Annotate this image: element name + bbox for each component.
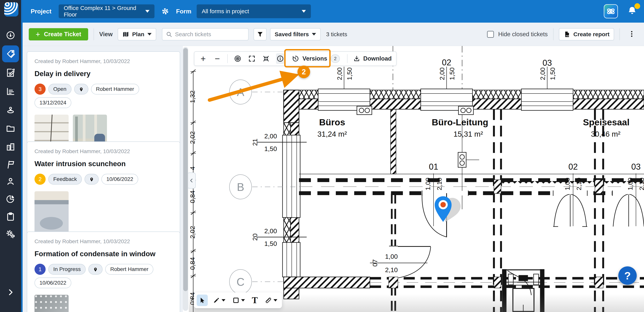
ticket-pill: 13/12/2024 bbox=[34, 97, 71, 108]
chevron-down-icon bbox=[241, 299, 245, 302]
pen-tool-button[interactable] bbox=[211, 294, 227, 306]
chevron-down-icon bbox=[302, 10, 306, 13]
chevron-down-icon bbox=[222, 299, 226, 302]
ticket-list: Created by Robert Hammer, 10/03/2022 Del… bbox=[22, 46, 183, 312]
chevron-down-icon bbox=[145, 10, 150, 13]
pin-icon bbox=[89, 176, 94, 182]
pie-chart-icon bbox=[6, 194, 16, 204]
sidebar-item-form-edit[interactable] bbox=[2, 64, 19, 81]
divider bbox=[620, 28, 620, 40]
text-tool-icon: T bbox=[252, 296, 258, 305]
floor-plan-drawing[interactable] bbox=[189, 46, 644, 312]
form-label: Form bbox=[176, 8, 191, 15]
folder-icon bbox=[6, 124, 16, 134]
select-tool-button[interactable] bbox=[197, 294, 208, 306]
list-scrollbar-thumb[interactable] bbox=[183, 48, 188, 291]
site-person-icon bbox=[6, 105, 16, 115]
sidebar-item-folder[interactable] bbox=[2, 120, 19, 137]
zoom-out-button[interactable]: − bbox=[213, 53, 222, 64]
center-view-button[interactable] bbox=[234, 53, 242, 64]
checkbox-unchecked[interactable] bbox=[487, 31, 494, 38]
more-options-button[interactable] bbox=[625, 30, 638, 38]
ticket-title: Delay in delivery bbox=[34, 70, 172, 78]
fullscreen-button[interactable] bbox=[248, 53, 256, 64]
view-mode-dropdown[interactable]: Plan bbox=[118, 28, 156, 40]
filter-button[interactable] bbox=[254, 28, 266, 40]
view-mode-value: Plan bbox=[132, 31, 144, 38]
ticket-pill: 10/06/2022 bbox=[102, 174, 138, 184]
compress-icon bbox=[262, 55, 270, 62]
sidebar-expand-button[interactable] bbox=[2, 284, 19, 301]
app-logo[interactable] bbox=[4, 2, 18, 16]
sidebar-nav bbox=[0, 0, 22, 312]
integrations-button[interactable] bbox=[604, 4, 618, 18]
versions-count-badge: 2 bbox=[330, 54, 340, 63]
ticket-pill: In Progress bbox=[48, 264, 86, 275]
fit-to-screen-button[interactable] bbox=[262, 53, 270, 64]
ticket-title: Formation of condensate in window bbox=[34, 250, 172, 258]
search-tickets-box bbox=[162, 28, 248, 40]
chevron-left-icon bbox=[189, 178, 194, 183]
sidebar-item-site-person[interactable] bbox=[2, 102, 19, 119]
view-label: View bbox=[99, 31, 113, 38]
top-bar: Project Office Complex 11 > Ground Floor… bbox=[22, 0, 644, 22]
download-icon bbox=[353, 55, 360, 62]
notifications-button[interactable] bbox=[627, 6, 638, 17]
ticket-card[interactable]: Created by Robert Hammer, 10/03/2022 For… bbox=[27, 232, 180, 312]
search-input[interactable] bbox=[175, 31, 245, 38]
ticket-badges: 3OpenRobert Hammer13/12/2024 bbox=[34, 84, 172, 108]
sidebar-item-user[interactable] bbox=[2, 173, 19, 190]
ticket-created: Created by Robert Hammer, 10/03/2022 bbox=[34, 238, 172, 244]
user-icon bbox=[6, 176, 16, 186]
text-tool-button[interactable]: T bbox=[250, 294, 260, 306]
location-pill bbox=[88, 264, 102, 275]
project-selector[interactable]: Office Complex 11 > Ground Floor bbox=[59, 4, 154, 18]
sidebar-item-clipboard[interactable] bbox=[2, 208, 19, 225]
map-icon bbox=[122, 31, 129, 38]
measure-tool-button[interactable] bbox=[263, 294, 279, 306]
collapse-list-button[interactable] bbox=[187, 172, 196, 188]
cursor-icon bbox=[198, 297, 206, 304]
water-on-floor-photo[interactable] bbox=[34, 191, 68, 235]
chevron-down-icon bbox=[274, 299, 277, 302]
logo-waves-icon bbox=[4, 2, 18, 16]
plan-info-button[interactable] bbox=[276, 53, 284, 64]
versions-button[interactable]: Versions 2 bbox=[290, 54, 341, 63]
condensate-window-photo[interactable] bbox=[34, 295, 68, 312]
saved-filters-dropdown[interactable]: Saved filters bbox=[270, 28, 321, 40]
center-view-icon bbox=[234, 55, 242, 62]
sidebar-item-flag[interactable] bbox=[2, 156, 19, 173]
location-pill bbox=[84, 174, 99, 184]
sidebar-item-pie-chart[interactable] bbox=[2, 190, 19, 207]
ticket-created: Created by Robert Hammer, 10/03/2022 bbox=[34, 148, 172, 154]
ticket-pill: Robert Hammer bbox=[105, 264, 153, 275]
sidebar-item-settings-gears[interactable] bbox=[2, 226, 19, 242]
sidebar-item-dashboard[interactable] bbox=[2, 27, 19, 44]
zoom-in-button[interactable]: + bbox=[199, 53, 208, 64]
search-icon bbox=[166, 31, 172, 38]
help-button[interactable]: ? bbox=[618, 266, 637, 285]
plus-icon: + bbox=[36, 30, 40, 38]
flag-icon bbox=[6, 160, 16, 170]
project-settings-button[interactable] bbox=[161, 6, 170, 17]
ticket-card[interactable]: Created by Robert Hammer, 10/03/2022 Wat… bbox=[27, 142, 180, 242]
create-report-label: Create report bbox=[574, 31, 610, 38]
sidebar-item-stats[interactable] bbox=[2, 83, 19, 100]
sidebar-item-buildings[interactable] bbox=[2, 138, 19, 155]
ticket-title: Water intrusion scuncheon bbox=[34, 160, 172, 168]
form-selector[interactable]: All forms in project bbox=[197, 4, 311, 18]
download-plan-button[interactable]: Download bbox=[353, 55, 392, 62]
ruler-icon bbox=[265, 297, 272, 304]
shape-tool-button[interactable] bbox=[230, 294, 247, 306]
annotation-toolbar: T bbox=[194, 292, 282, 308]
priority-badge: 2 bbox=[34, 174, 46, 185]
create-ticket-button[interactable]: + Create Ticket bbox=[29, 28, 88, 40]
plan-viewer[interactable]: Büros31,24 m²Büro-Leitung15,31 m²Speises… bbox=[189, 46, 644, 312]
list-scrollbar bbox=[183, 47, 188, 311]
versions-label: Versions bbox=[302, 55, 327, 62]
create-report-button[interactable]: Create report bbox=[559, 28, 614, 40]
list-header-row: + Create Ticket View Plan Saved filters … bbox=[22, 22, 644, 46]
saved-filters-label: Saved filters bbox=[275, 31, 309, 38]
hide-closed-checkbox[interactable]: Hide closed tickets bbox=[487, 31, 548, 38]
sidebar-item-tag[interactable] bbox=[2, 46, 19, 62]
